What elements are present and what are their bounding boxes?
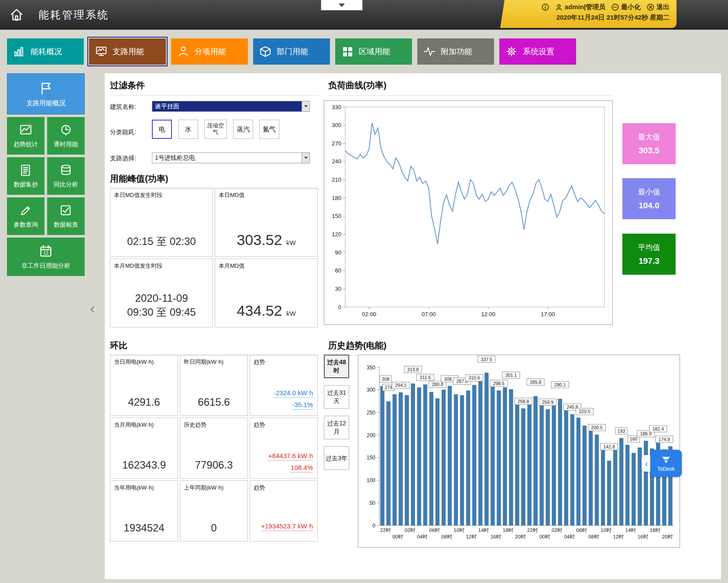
energy-type-steam[interactable]: 蒸汽 <box>233 120 253 139</box>
avg-value-box: 平均值 197.3 <box>622 234 676 275</box>
svg-text:14时: 14时 <box>625 528 636 533</box>
svg-text:274: 274 <box>385 385 392 390</box>
user-account[interactable]: admin|管理员 <box>555 3 605 11</box>
md-month-value-card: 本月MD值 434.52 kW <box>215 259 318 328</box>
header-dropdown-tab[interactable] <box>321 0 363 10</box>
sidebar-item-yoy-analysis[interactable]: 同比分析 <box>47 157 85 195</box>
chevron-down-icon <box>304 105 308 107</box>
tab-item-energy[interactable]: 分项用能 <box>171 38 248 65</box>
energy-type-compressed-air[interactable]: 压缩空气 <box>204 120 227 139</box>
exit-button[interactable]: 退出 <box>647 3 670 11</box>
dropdown-arrow-button[interactable] <box>302 101 309 111</box>
svg-text:220.5: 220.5 <box>579 409 590 414</box>
max-value-box: 最大值 303.5 <box>622 123 676 164</box>
calendar-icon: 12 <box>39 244 53 258</box>
md-today-value-card: 本日MD值 303.52 kW <box>215 188 318 257</box>
tab-branch-energy[interactable]: 支路用能 <box>89 38 166 65</box>
ring-cards: 当日用电(kW·h) 4291.6 昨日同期(kW·h) 6615.6 趋势 -… <box>110 355 318 542</box>
monthly-usage-card: 当月用电(kW·h) 162343.9 <box>110 417 178 479</box>
svg-text:18时: 18时 <box>650 528 661 533</box>
svg-text:16时: 16时 <box>491 534 501 539</box>
tab-department-energy[interactable]: 部门用能 <box>253 38 330 65</box>
svg-text:20时: 20时 <box>515 534 526 539</box>
svg-text:160: 160 <box>630 436 638 442</box>
building-label: 建筑名称: <box>110 103 136 111</box>
user-panel: admin|管理员 最小化 退出 2020年11月24日 21时57分42秒 星… <box>497 0 676 28</box>
svg-text:17:00: 17:00 <box>541 311 555 317</box>
todesk-logo-icon <box>660 455 672 465</box>
energy-type-buttons: 电 水 压缩空气 蒸汽 氮气 <box>152 120 279 139</box>
md-month-period-card: 本月MD值发生时段 2020-11-09 09:30 至 09:45 <box>110 259 213 328</box>
sidebar-item-label: 数据检查 <box>54 221 78 229</box>
yesterday-usage-card: 昨日同期(kW·h) 6615.6 <box>180 355 248 416</box>
energy-type-water[interactable]: 水 <box>178 120 198 139</box>
tab-energy-overview[interactable]: 能耗概况 <box>7 38 84 65</box>
dropdown-arrow-button[interactable] <box>302 153 309 163</box>
svg-text:10时: 10时 <box>453 528 464 533</box>
checkbox-icon <box>59 204 72 217</box>
list-icon <box>19 164 32 177</box>
svg-text:300: 300 <box>367 387 375 393</box>
sidebar-item-trend-statistics[interactable]: 趋势统计 <box>7 117 45 155</box>
history-usage-card: 历史趋势 77906.3 <box>180 417 248 479</box>
svg-text:294.1: 294.1 <box>395 383 406 388</box>
svg-text:256.9: 256.9 <box>542 400 553 405</box>
tab-label: 分项用能 <box>195 46 226 57</box>
svg-text:12:00: 12:00 <box>481 311 495 317</box>
info-button[interactable] <box>542 3 549 11</box>
pulse-icon <box>423 45 436 58</box>
svg-text:150: 150 <box>332 213 341 219</box>
building-select[interactable]: 遂平挂面 <box>152 101 310 112</box>
sidebar-item-nonworkday-analysis[interactable]: 12 非工作日用能分析 <box>7 238 85 276</box>
database-icon <box>59 164 72 177</box>
sidebar-item-data-collection[interactable]: 数据集抄 <box>7 157 45 195</box>
energy-type-electric[interactable]: 电 <box>152 120 172 139</box>
md-month-date: 2020-11-09 <box>110 292 213 304</box>
sidebar-item-label: 趋势统计 <box>14 141 38 148</box>
sidebar-collapse-handle[interactable]: ‹ <box>90 300 95 317</box>
home-button[interactable] <box>6 4 27 25</box>
svg-text:08时: 08时 <box>441 534 452 539</box>
sidebar-item-label: 数据集抄 <box>14 181 38 189</box>
svg-text:18时: 18时 <box>503 528 514 533</box>
todesk-label: ToDesk <box>657 466 675 472</box>
sidebar-item-hourly-energy[interactable]: 逐时用能 <box>47 117 85 155</box>
exit-label: 退出 <box>656 3 670 11</box>
branch-select[interactable]: 1号进线柜总电 <box>152 152 310 163</box>
filter-section-title: 过滤条件 <box>110 79 319 96</box>
svg-text:100: 100 <box>367 477 375 483</box>
svg-text:210: 210 <box>332 176 341 183</box>
main-content: 过滤条件 建筑名称: 遂平挂面 分类能耗: 电 水 压缩空气 蒸汽 氮气 支路选… <box>105 73 721 579</box>
svg-text:350: 350 <box>367 365 375 371</box>
sidebar-item-branch-overview[interactable]: 支路用能概况 <box>7 73 85 114</box>
tab-additional-functions[interactable]: 附加功能 <box>417 38 494 65</box>
svg-text:00时: 00时 <box>392 534 403 539</box>
branch-label: 支路选择: <box>110 155 136 162</box>
period-past-48h[interactable]: 过去48时 <box>324 355 349 378</box>
svg-text:06时: 06时 <box>576 528 587 533</box>
svg-text:10时: 10时 <box>601 528 611 533</box>
flag-icon <box>38 81 53 96</box>
tab-label: 系统设置 <box>523 46 554 57</box>
period-past-12m[interactable]: 过去12月 <box>324 416 349 439</box>
sidebar-item-data-check[interactable]: 数据检查 <box>47 197 85 235</box>
svg-text:300: 300 <box>332 122 341 128</box>
todesk-collapse-handle[interactable]: ‹ <box>642 455 651 472</box>
sidebar-item-label: 同比分析 <box>54 181 78 189</box>
svg-text:285.8: 285.8 <box>530 379 541 385</box>
tab-system-settings[interactable]: 系统设置 <box>499 38 576 65</box>
tab-label: 附加功能 <box>441 46 472 57</box>
minimize-button[interactable]: 最小化 <box>611 3 641 11</box>
svg-text:04时: 04时 <box>417 534 428 539</box>
svg-text:182.4: 182.4 <box>652 426 664 431</box>
energy-type-nitrogen[interactable]: 氮气 <box>259 120 279 139</box>
tab-area-energy[interactable]: 区域用能 <box>335 38 412 65</box>
svg-text:280.1: 280.1 <box>554 382 566 387</box>
period-past-3y[interactable]: 过去3年 <box>324 446 349 470</box>
todesk-widget[interactable]: ToDesk <box>650 450 682 477</box>
minimize-icon <box>611 3 619 11</box>
svg-text:12时: 12时 <box>613 534 624 539</box>
sidebar-item-parameter-query[interactable]: 参数查询 <box>7 197 45 235</box>
svg-text:174.8: 174.8 <box>659 437 670 442</box>
period-past-31d[interactable]: 过去31天 <box>324 385 349 409</box>
